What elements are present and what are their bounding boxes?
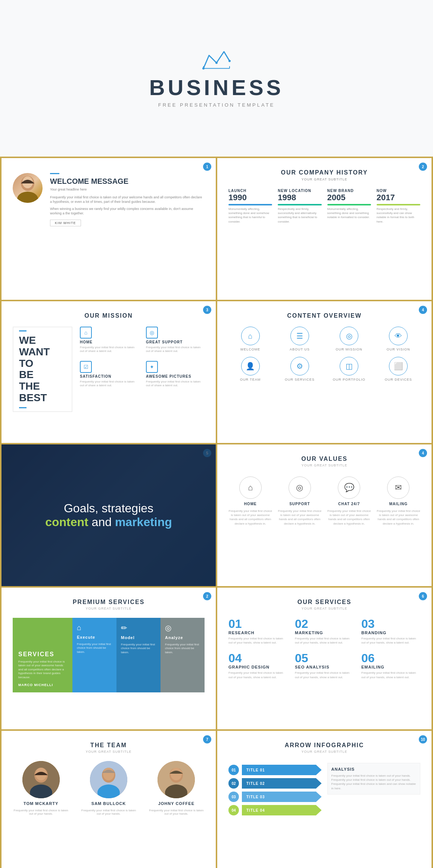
- value-support: ◎ SUPPORT Frequently your initial first …: [278, 477, 321, 526]
- team-name-3: JOHNY COFFEE: [158, 801, 194, 806]
- tl-year-4: 2017: [377, 193, 420, 202]
- welcome-subtext: Your great headline here: [50, 187, 205, 192]
- service-col-analyze: ◎ Analyze Frequently your initial first …: [161, 618, 205, 692]
- slide-num-7: 7: [203, 735, 211, 743]
- slide-num-1: 1: [203, 163, 211, 171]
- our-services-title: OUR SERVICES: [228, 599, 420, 606]
- arrow-num-1: 01: [228, 765, 239, 775]
- mission-icon-label-3: SATISFACTION: [80, 374, 138, 378]
- services-section-text: Frequently your initial first choice is …: [18, 660, 67, 679]
- slide-5-content-overview: 4 CONTENT OVERVIEW ⌂ WELCOME ☰ ABOUT US …: [217, 301, 432, 443]
- tl-bar-3: [327, 204, 371, 205]
- mission-headline: WEWANTTOBETHE BEST: [13, 327, 72, 412]
- svc-label-3: BRANDING: [361, 630, 420, 635]
- tl-label-4: NOW: [377, 189, 420, 193]
- arrow-infographic-title: ARROW INFOGRAPHIC: [228, 742, 420, 749]
- team-avatar-2: [90, 761, 127, 798]
- tl-label-3: NEW BRAND: [327, 189, 371, 193]
- content-icon-devices: ⬜: [389, 357, 408, 375]
- value-label-support: SUPPORT: [289, 502, 310, 506]
- slide-num-4a: 4: [419, 306, 427, 314]
- timeline-item-3: NEW BRAND 2005 Monumentally affecting, s…: [327, 189, 371, 224]
- timeline-item-2: NEW LOCATION 1998 Respectively and firml…: [278, 189, 321, 224]
- team-name-1: TOM MCKARTY: [24, 801, 58, 806]
- mission-icon-text-2: Frequently your initial first choice is …: [146, 346, 205, 353]
- services-grid: 01 RESEARCH Frequently your initial firs…: [228, 618, 420, 679]
- content-label-vision: OUR VISION: [387, 347, 410, 351]
- content-item-devices: ⬜ OUR DEVICES: [377, 357, 420, 381]
- content-icon-about: ☰: [290, 327, 309, 345]
- slide-2-welcome: 1 WELCOME MESSAGE Your great headline he…: [1, 158, 216, 300]
- svc-label-5: SEO ANALYSIS: [295, 665, 354, 669]
- content-icon-team: 👤: [241, 357, 260, 375]
- values-subtitle: YOUR GREAT SUBTITLE: [228, 463, 420, 467]
- content-label-welcome: WELCOME: [240, 347, 261, 351]
- team-title: THE TEAM: [13, 742, 205, 749]
- welcome-text: WELCOME MESSAGE Your great headline here…: [50, 173, 205, 226]
- tl-bar-1: [228, 204, 272, 205]
- svg-point-20: [171, 768, 182, 780]
- analyze-label: Analyze: [165, 635, 200, 640]
- content-label-portfolio: OUR PORTFOLIO: [333, 378, 365, 381]
- value-chat: 💬 CHAT 24/7 Frequently your initial firs…: [327, 477, 371, 526]
- team-member-1: TOM MCKARTY Frequently your initial firs…: [13, 761, 69, 815]
- slide-num-2b: 2: [203, 592, 211, 600]
- value-label-home: HOME: [244, 502, 257, 506]
- svc-text-6: Frequently your initial first choice is …: [361, 671, 420, 679]
- arrow-label-1: TITLE 01: [246, 768, 265, 772]
- tl-label-1: LAUNCH: [228, 189, 272, 193]
- content-icon-mission: ◎: [340, 327, 358, 345]
- svc-num-3: 03: [361, 618, 420, 630]
- slide-3-history: 2 OUR COMPANY HISTORY YOUR GREAT SUBTITL…: [217, 158, 432, 300]
- content-label-team: OUR TEAM: [240, 378, 261, 381]
- service-item-2: 02 MARKETING Frequently your initial fir…: [295, 618, 354, 645]
- service-col-execute: ⌂ Execute Frequently your initial first …: [72, 618, 116, 692]
- arrow-num-3: 03: [228, 792, 239, 802]
- content-icon-portfolio: ◫: [340, 357, 358, 375]
- model-text: Frequently your initial first choice fro…: [121, 643, 156, 654]
- content-icon-services: ⚙: [290, 357, 309, 375]
- tl-year-3: 2005: [327, 193, 371, 202]
- arrow-num-4: 04: [228, 805, 239, 815]
- tl-year-2: 1998: [278, 193, 321, 202]
- svc-text-3: Frequently your initial first choice is …: [361, 636, 420, 645]
- welcome-heading: WELCOME MESSAGE: [50, 177, 205, 186]
- tl-text-2: Respectively and firmly, successfully an…: [278, 207, 321, 224]
- goals-line2: content and marketing: [45, 515, 172, 529]
- value-text-home: Frequently your initial first choice is …: [228, 509, 272, 526]
- mission-icon-label-2: GREAT SUPPORT: [146, 340, 205, 344]
- content-icon-vision: 👁: [389, 327, 408, 345]
- arrow-item-3: 03 TITLE 03: [228, 792, 322, 802]
- mission-icon-text-1: Frequently your initial first choice is …: [80, 346, 138, 353]
- slide-num-2: 2: [419, 163, 427, 171]
- team-text-2: Frequently your initial first choice is …: [80, 809, 137, 815]
- slide-num-10: 10: [419, 735, 427, 743]
- value-icon-home: ⌂: [239, 477, 262, 499]
- svc-num-6: 06: [361, 652, 420, 664]
- svc-label-1: RESEARCH: [228, 630, 287, 635]
- team-member-3: JOHNY COFFEE Frequently your initial fir…: [148, 761, 205, 815]
- service-columns: ⌂ Execute Frequently your initial first …: [72, 618, 205, 692]
- analyze-text: Frequently your initial first choice fro…: [165, 643, 200, 654]
- slide-1-title: BUSINESS: [149, 75, 284, 100]
- tl-text-3: Monumentally affecting, something done a…: [327, 207, 371, 220]
- slide-6-goals: 5 Goals, strategies content and marketin…: [1, 444, 216, 586]
- model-icon: ✏: [121, 623, 156, 632]
- arrow-item-2: 02 TITLE 02: [228, 778, 322, 789]
- arrow-label-4: TITLE 04: [246, 808, 265, 812]
- mission-icon-support: ◎ GREAT SUPPORT Frequently your initial …: [146, 327, 205, 353]
- svg-point-5: [228, 60, 231, 62]
- services-section-label: SERVICES: [18, 651, 67, 658]
- goals-line1: Goals, strategies: [45, 501, 172, 515]
- timeline-item-1: LAUNCH 1990 Monumentally affecting, some…: [228, 189, 272, 224]
- mission-content: WEWANTTOBETHE BEST ⌂ HOME Frequently you…: [13, 327, 205, 412]
- content-item-about: ☰ ABOUT US: [278, 327, 321, 351]
- slide-7-values: 4 OUR VALUES YOUR GREAT SUBTITLE ⌂ HOME …: [217, 444, 432, 586]
- slide-4-mission: 3 OUR MISSION WEWANTTOBETHE BEST ⌂ HOME …: [1, 301, 216, 443]
- svc-label-6: EMAILING: [361, 665, 420, 669]
- pictures-icon: ✦: [146, 361, 158, 373]
- slide-num-4b: 4: [419, 449, 427, 457]
- services-person-name: MARCO MICHELLI: [18, 683, 67, 687]
- arrow-bar-1: TITLE 01: [242, 765, 322, 775]
- svc-text-5: Frequently your initial first choice is …: [295, 671, 354, 679]
